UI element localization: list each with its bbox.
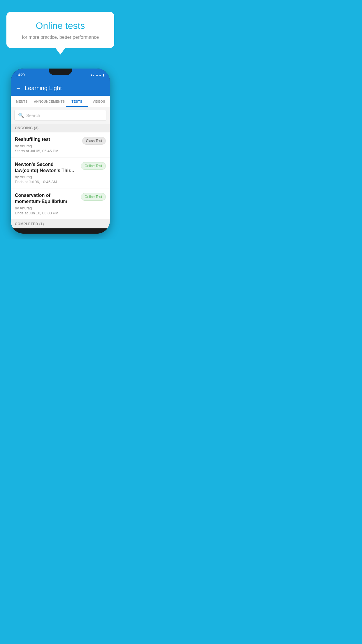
test-badge-2: Online Test (81, 162, 106, 170)
speech-bubble: Online tests for more practice, better p… (6, 12, 114, 48)
test-badge-1: Class Test (82, 137, 106, 145)
test-name-3: Conservation of momentum-Equilibrium (15, 192, 78, 205)
test-date-2: Ends at Jul 06, 10:45 AM (15, 180, 78, 184)
tab-announcements[interactable]: ANNOUNCEMENTS (33, 96, 66, 107)
test-by-2: by Anurag (15, 175, 78, 179)
app-bar: ← Learning Light (11, 81, 110, 96)
phone-bottom-bar (11, 228, 110, 234)
battery-icon: ▮ (103, 73, 105, 77)
status-time: 14:29 (16, 73, 25, 77)
ongoing-section-header: ONGOING (3) (11, 124, 110, 132)
test-info-1: Reshuffling test by Anurag Starts at Jul… (15, 136, 82, 153)
test-date-3: Ends at Jun 10, 06:00 PM (15, 211, 78, 215)
test-item[interactable]: Newton's Second law(contd)-Newton's Thir… (11, 158, 110, 189)
test-date-1: Starts at Jul 05, 05:45 PM (15, 149, 79, 153)
search-input[interactable]: Search (26, 113, 40, 118)
bubble-section: Online tests for more practice, better p… (0, 0, 121, 63)
back-button[interactable]: ← (15, 85, 21, 92)
phone-frame: 14:29 ▾▴ ▲▲ ▮ ← Learning Light MENTS ANN… (11, 69, 110, 234)
wifi-icon: ▾▴ (91, 73, 94, 77)
test-info-2: Newton's Second law(contd)-Newton's Thir… (15, 162, 81, 184)
tests-list: Reshuffling test by Anurag Starts at Jul… (11, 132, 110, 220)
test-item[interactable]: Conservation of momentum-Equilibrium by … (11, 188, 110, 220)
completed-section-header: COMPLETED (1) (11, 220, 110, 228)
tab-videos[interactable]: VIDEOS (88, 96, 110, 107)
phone-mockup: 14:29 ▾▴ ▲▲ ▮ ← Learning Light MENTS ANN… (5, 69, 116, 234)
bubble-title: Online tests (15, 20, 106, 31)
app-bar-title: Learning Light (25, 85, 62, 92)
tab-ments[interactable]: MENTS (11, 96, 33, 107)
test-by-3: by Anurag (15, 206, 78, 210)
test-name-2: Newton's Second law(contd)-Newton's Thir… (15, 162, 78, 174)
tab-tests[interactable]: TESTS (66, 96, 88, 107)
test-badge-3: Online Test (81, 193, 106, 201)
bubble-subtitle: for more practice, better performance (15, 35, 106, 40)
status-icons: ▾▴ ▲▲ ▮ (91, 73, 105, 77)
search-input-wrapper[interactable]: 🔍 Search (14, 110, 106, 121)
test-by-1: by Anurag (15, 144, 79, 148)
test-info-3: Conservation of momentum-Equilibrium by … (15, 192, 81, 215)
signal-icon: ▲▲ (95, 73, 102, 77)
test-item[interactable]: Reshuffling test by Anurag Starts at Jul… (11, 132, 110, 158)
search-container: 🔍 Search (11, 107, 110, 124)
status-bar: 14:29 ▾▴ ▲▲ ▮ (11, 69, 110, 81)
search-icon: 🔍 (18, 113, 24, 118)
tabs-bar: MENTS ANNOUNCEMENTS TESTS VIDEOS (11, 96, 110, 107)
test-name-1: Reshuffling test (15, 136, 79, 143)
